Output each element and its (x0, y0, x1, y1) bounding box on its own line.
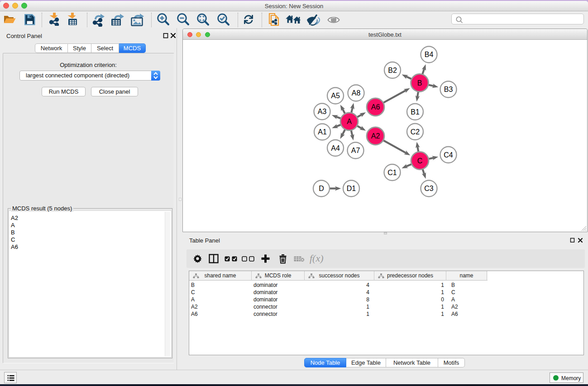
svg-text:A6: A6 (371, 103, 380, 111)
svg-text:A3: A3 (318, 108, 327, 115)
svg-text:A1: A1 (318, 128, 327, 136)
svg-text:C1: C1 (387, 169, 397, 176)
svg-text:C2: C2 (411, 128, 420, 136)
svg-text:A8: A8 (352, 89, 361, 97)
svg-text:B3: B3 (444, 86, 453, 93)
svg-text:A7: A7 (351, 147, 360, 154)
svg-text:C4: C4 (444, 151, 453, 159)
svg-text:A2: A2 (371, 132, 380, 140)
svg-text:B1: B1 (411, 108, 420, 116)
svg-text:C3: C3 (424, 185, 434, 192)
svg-text:B4: B4 (425, 51, 434, 58)
svg-text:B: B (417, 79, 422, 87)
svg-text:B2: B2 (388, 67, 397, 74)
svg-text:D1: D1 (347, 185, 356, 192)
svg-text:A4: A4 (331, 144, 340, 152)
svg-text:A5: A5 (331, 92, 340, 100)
svg-text:C: C (417, 157, 423, 165)
svg-text:D: D (319, 185, 324, 192)
svg-text:A: A (347, 118, 352, 125)
